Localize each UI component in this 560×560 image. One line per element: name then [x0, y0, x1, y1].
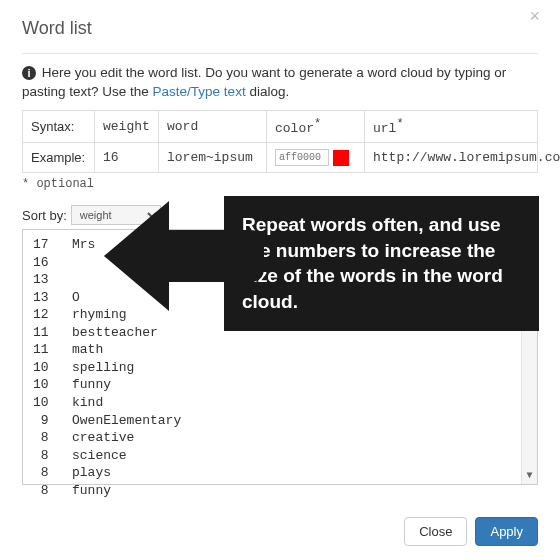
color-swatch[interactable]	[333, 150, 349, 166]
cell-word-v: lorem~ipsum	[159, 143, 267, 173]
table-row: Example: 16 lorem~ipsum http://www.lorem…	[23, 143, 538, 173]
apply-button[interactable]: Apply	[475, 517, 538, 546]
cell-color-h: color*	[267, 110, 365, 142]
close-icon[interactable]: ×	[529, 6, 540, 27]
optional-note: * optional	[22, 177, 538, 191]
info-text: i Here you edit the word list. Do you wa…	[22, 64, 538, 102]
color-input[interactable]	[275, 149, 329, 166]
cell-example: Example:	[23, 143, 95, 173]
cell-word-h: word	[159, 110, 267, 142]
annotation-callout: Repeat words often, and use the numbers …	[224, 196, 539, 331]
scroll-down-icon[interactable]: ▼	[526, 467, 532, 484]
cell-url-h: url*	[365, 110, 538, 142]
cell-url-v: http://www.loremipsum.com	[365, 143, 538, 173]
info-icon: i	[22, 66, 36, 80]
annotation-arrow-icon	[104, 196, 264, 316]
info-text-after: dialog.	[246, 84, 290, 99]
cell-syntax: Syntax:	[23, 110, 95, 142]
modal-footer: Close Apply	[404, 517, 538, 546]
sort-label: Sort by:	[22, 208, 67, 223]
cell-weight-h: weight	[95, 110, 159, 142]
syntax-table: Syntax: weight word color* url* Example:…	[22, 110, 538, 173]
close-button[interactable]: Close	[404, 517, 467, 546]
paste-type-link[interactable]: Paste/Type text	[153, 84, 246, 99]
modal-title: Word list	[22, 18, 538, 39]
table-row: Syntax: weight word color* url*	[23, 110, 538, 142]
divider	[22, 53, 538, 54]
cell-weight-v: 16	[95, 143, 159, 173]
cell-color-v	[267, 143, 365, 173]
